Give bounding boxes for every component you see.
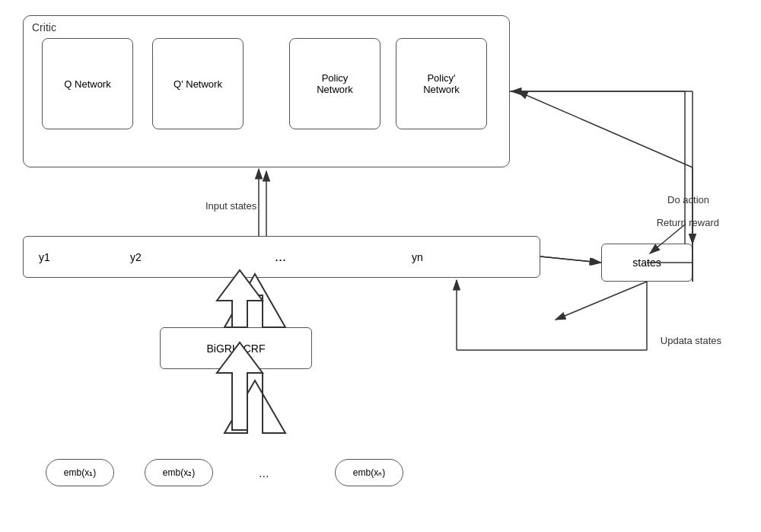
q-prime-network-label: Q' Network: [174, 78, 222, 90]
emb-xn-label: emb(xₙ): [353, 467, 385, 478]
return-reward-label: Return reward: [657, 217, 719, 228]
q-network-box: Q Network: [42, 38, 133, 129]
update-states-label: Updata states: [661, 335, 721, 346]
states-label: states: [632, 256, 661, 269]
y-sequence-box: y1 y2 ... yn: [23, 236, 540, 278]
y1-label: y1: [39, 251, 50, 263]
policy-network-label: PolicyNetwork: [317, 72, 353, 95]
policy-prime-network-box: Policy'Network: [396, 38, 487, 129]
do-action-label: Do action: [667, 194, 709, 205]
yn-label: yn: [412, 251, 423, 263]
emb-x2-label: emb(x₂): [163, 467, 195, 478]
y-dots-label: ...: [275, 249, 286, 265]
states-box: states: [601, 244, 693, 282]
emb-xn-box: emb(xₙ): [335, 459, 403, 486]
svg-line-5: [540, 256, 601, 263]
q-network-label: Q Network: [64, 78, 110, 90]
policy-prime-network-label: Policy'Network: [423, 72, 460, 95]
critic-label: Critic: [32, 21, 56, 33]
emb-dots-label: ...: [259, 467, 269, 480]
emb-x2-box: emb(x₂): [145, 459, 213, 486]
bigru-crf-box: BiGRU-CRF: [160, 327, 312, 369]
emb-x1-box: emb(x₁): [46, 459, 114, 486]
bigru-crf-label: BiGRU-CRF: [207, 342, 266, 355]
input-states-label: Input states: [205, 200, 256, 212]
svg-line-7: [517, 91, 693, 167]
svg-line-18: [540, 256, 600, 263]
svg-line-14: [556, 282, 647, 320]
svg-marker-3: [224, 274, 285, 327]
policy-network-box: PolicyNetwork: [289, 38, 380, 129]
diagram-container: Critic Q Network Q' Network PolicyNetwor…: [0, 0, 761, 532]
q-prime-network-box: Q' Network: [152, 38, 244, 129]
emb-x1-label: emb(x₁): [64, 467, 96, 478]
y2-label: y2: [130, 251, 142, 263]
svg-marker-4: [224, 373, 285, 433]
